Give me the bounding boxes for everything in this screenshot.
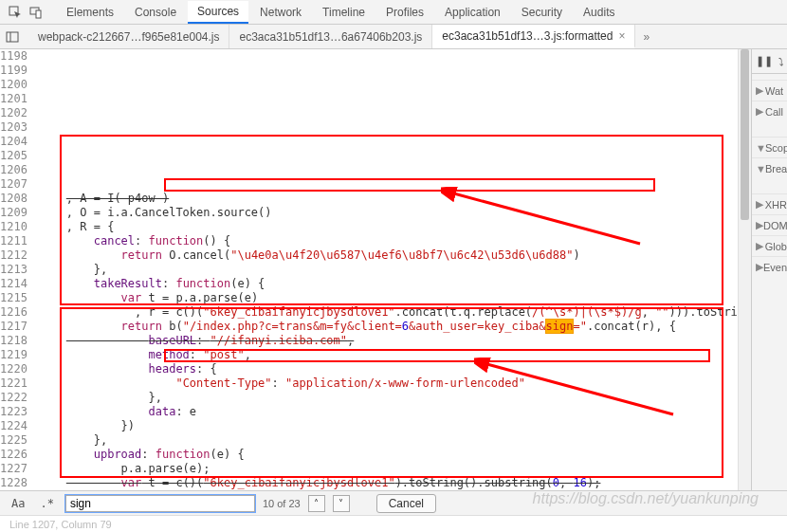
scrollbar-thumb[interactable] <box>741 49 749 220</box>
cursor-position: Line 1207, Column 79 <box>9 519 112 530</box>
file-tab-2[interactable]: ec3aca31b51df13…3.js:formatted× <box>432 25 635 48</box>
code-line-1199[interactable]: , O = i.a.CancelToken.source() <box>39 206 751 220</box>
devtools-tab-elements[interactable]: Elements <box>57 2 123 23</box>
side-group-glob[interactable]: ▶Glob <box>752 235 787 256</box>
side-group-label: XHR <box>765 199 787 211</box>
code-line-1204[interactable]: takeResult: function(e) { <box>39 277 751 291</box>
disclosure-icon: ▶ <box>756 261 763 273</box>
disclosure-icon: ▶ <box>756 84 765 97</box>
device-toggle-icon[interactable] <box>27 4 46 21</box>
code-line-1200[interactable]: , R = { <box>39 220 751 234</box>
disclosure-icon: ▶ <box>756 105 765 118</box>
devtools-tab-application[interactable]: Application <box>435 2 510 23</box>
side-group-dom[interactable]: ▶DOM <box>752 214 787 235</box>
code-line-1203[interactable]: }, <box>39 263 751 277</box>
search-cancel-button[interactable]: Cancel <box>376 494 436 513</box>
step-icon[interactable]: ⤵ <box>778 56 784 67</box>
code-line-1208[interactable]: baseURL: "//ifanyi.iciba.com", <box>39 334 751 348</box>
code-line-1211[interactable]: "Content-Type": "application/x-www-form-… <box>39 376 751 391</box>
side-group-call[interactable]: ▶Call <box>752 101 787 121</box>
navigator-toggle-icon[interactable] <box>0 26 25 48</box>
file-tab-0[interactable]: webpack-c212667…f965e81e004.js <box>28 25 229 48</box>
side-group-even[interactable]: ▶Even <box>752 256 787 277</box>
devtools-tab-security[interactable]: Security <box>512 2 572 23</box>
disclosure-icon: ▶ <box>756 219 763 231</box>
file-tab-1[interactable]: ec3aca31b51df13…6a67406b203.js <box>229 25 432 48</box>
svg-rect-3 <box>7 32 18 42</box>
code-content[interactable]: , A = I( p4ow ) , O = i.a.CancelToken.so… <box>33 49 751 490</box>
code-line-1198[interactable]: , A = I( p4ow ) <box>39 192 751 206</box>
pause-icon[interactable]: ❚❚ <box>756 55 773 67</box>
side-group-xhr[interactable]: ▶XHR <box>752 193 787 214</box>
code-line-1207[interactable]: return b("/index.php?c=trans&m=fy&client… <box>39 320 751 334</box>
code-line-1212[interactable]: }, <box>39 391 751 405</box>
side-group-label: Even <box>763 262 787 273</box>
devtools-tab-console[interactable]: Console <box>125 2 186 23</box>
file-tabs: webpack-c212667…f965e81e004.jsec3aca31b5… <box>28 25 635 48</box>
find-bar: Aa .* 10 of 23 ˄ ˅ Cancel <box>0 490 787 515</box>
disclosure-icon: ▼ <box>756 142 765 154</box>
code-line-1216[interactable]: upbroad: function(e) { <box>39 448 751 462</box>
code-line-1215[interactable]: }, <box>39 433 751 448</box>
debugger-side-panel: ❚❚ ⤵ ▶Wat▶Call▼Scop▼Brea▶XHR▶DOM▶Glob▶Ev… <box>751 49 787 490</box>
side-group-label: Scop <box>765 142 787 154</box>
inspect-icon[interactable] <box>6 4 25 21</box>
match-case-toggle[interactable]: Aa <box>8 495 28 512</box>
code-editor[interactable]: 1198119912001201120212031204120512061207… <box>0 49 751 490</box>
code-line-1210[interactable]: headers: { <box>39 362 751 376</box>
disclosure-icon: ▶ <box>756 240 765 252</box>
side-group-label: Brea <box>765 163 787 174</box>
scrollbar-track[interactable] <box>738 49 751 490</box>
side-group-label: Glob <box>765 241 787 252</box>
side-group-label: DOM <box>763 220 787 231</box>
side-group-scop[interactable]: ▼Scop <box>752 137 787 157</box>
code-line-1201[interactable]: cancel: function() { <box>39 234 751 248</box>
devtools-tab-profiles[interactable]: Profiles <box>376 2 433 23</box>
regex-toggle[interactable]: .* <box>36 495 57 512</box>
code-line-1206[interactable]: , r = c()("6key_cibaifanyicjbysdlove1".c… <box>39 305 751 320</box>
devtools-topbar: ElementsConsoleSourcesNetworkTimelinePro… <box>0 0 787 25</box>
close-icon[interactable]: × <box>618 29 625 43</box>
devtools-tab-network[interactable]: Network <box>250 2 311 23</box>
sources-subbar: webpack-c212667…f965e81e004.jsec3aca31b5… <box>0 25 787 49</box>
main-area: 1198119912001201120212031204120512061207… <box>0 49 787 490</box>
devtools-tab-audits[interactable]: Audits <box>574 2 624 23</box>
annotation-box-inner-1 <box>164 178 655 192</box>
debugger-controls: ❚❚ ⤵ <box>752 49 787 74</box>
code-line-1217[interactable]: p.a.parse(e); <box>39 462 751 476</box>
code-line-1213[interactable]: data: e <box>39 405 751 419</box>
code-line-1205[interactable]: var t = p.a.parse(e) <box>39 291 751 305</box>
devtools-tabs: ElementsConsoleSourcesNetworkTimelinePro… <box>57 1 624 24</box>
line-gutter: 1198119912001201120212031204120512061207… <box>0 49 33 490</box>
search-input[interactable] <box>65 495 255 512</box>
side-group-brea[interactable]: ▼Brea <box>752 157 787 178</box>
side-group-label: Wat <box>765 85 783 97</box>
devtools-tab-timeline[interactable]: Timeline <box>313 2 375 23</box>
status-bar: Line 1207, Column 79 <box>0 515 787 532</box>
code-line-1214[interactable]: }) <box>39 419 751 433</box>
code-line-1209[interactable]: method: "post", <box>39 348 751 362</box>
disclosure-icon: ▼ <box>756 163 765 174</box>
side-group-label: Call <box>765 106 783 118</box>
devtools-tab-sources[interactable]: Sources <box>188 1 248 24</box>
code-line-1218[interactable]: var t = c()("6key_cibaifanyicjbysdlove1"… <box>39 476 751 490</box>
more-tabs-icon[interactable]: » <box>635 30 657 44</box>
svg-rect-2 <box>36 10 41 18</box>
search-count: 10 of 23 <box>263 498 301 509</box>
code-line-1202[interactable]: return O.cancel("\u4e0a\u4f20\u6587\u4ef… <box>39 248 751 263</box>
search-next-button[interactable]: ˅ <box>333 495 350 512</box>
side-group-wat[interactable]: ▶Wat <box>752 80 787 101</box>
search-prev-button[interactable]: ˄ <box>308 495 325 512</box>
disclosure-icon: ▶ <box>756 198 765 211</box>
